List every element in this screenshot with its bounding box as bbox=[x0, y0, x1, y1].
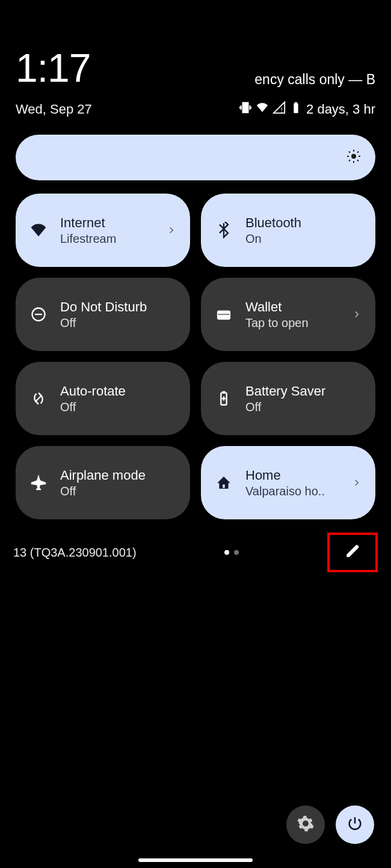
rotate-icon bbox=[28, 390, 49, 407]
power-icon bbox=[346, 815, 363, 834]
tile-bluetooth[interactable]: BluetoothOn bbox=[201, 194, 375, 267]
gear-icon bbox=[297, 815, 315, 835]
tile-title: Home bbox=[245, 468, 340, 483]
svg-text:!: ! bbox=[281, 106, 283, 114]
page-indicator[interactable] bbox=[224, 550, 239, 555]
status-icons: ! 2 days, 3 hr bbox=[239, 101, 375, 118]
tile-wifi[interactable]: InternetLifestream bbox=[16, 194, 190, 267]
bluetooth-icon bbox=[213, 222, 235, 239]
svg-rect-16 bbox=[218, 314, 230, 315]
home-icon bbox=[213, 474, 235, 491]
carrier-text: ency calls only — B bbox=[254, 72, 375, 88]
tile-title: Do Not Disturb bbox=[60, 299, 178, 315]
svg-line-12 bbox=[357, 151, 359, 153]
tile-title: Internet bbox=[60, 215, 155, 231]
nav-pill[interactable] bbox=[138, 858, 253, 862]
brightness-slider[interactable] bbox=[16, 135, 375, 180]
battery-icon bbox=[289, 101, 303, 118]
tile-airplane[interactable]: Airplane modeOff bbox=[16, 446, 190, 519]
tile-wallet[interactable]: WalletTap to open bbox=[201, 278, 375, 351]
chevron-right-icon bbox=[166, 225, 178, 236]
highlight-box bbox=[327, 533, 378, 572]
build-number: 13 (TQ3A.230901.001) bbox=[13, 546, 137, 560]
tile-title: Airplane mode bbox=[60, 468, 178, 483]
edit-button[interactable] bbox=[340, 540, 365, 564]
tile-title: Bluetooth bbox=[245, 215, 363, 231]
power-button[interactable] bbox=[336, 805, 374, 844]
chevron-right-icon bbox=[351, 477, 363, 488]
tile-title: Wallet bbox=[245, 299, 340, 315]
brightness-icon bbox=[346, 149, 361, 166]
tile-subtitle: Off bbox=[60, 316, 178, 330]
svg-rect-3 bbox=[295, 102, 297, 104]
pencil-icon bbox=[345, 543, 360, 561]
signal-icon: ! bbox=[272, 101, 286, 118]
status-date: Wed, Sep 27 bbox=[16, 102, 92, 117]
dnd-icon bbox=[28, 306, 49, 323]
svg-rect-0 bbox=[242, 103, 248, 113]
tile-dnd[interactable]: Do Not DisturbOff bbox=[16, 278, 190, 351]
qs-tiles: InternetLifestreamBluetoothOnDo Not Dist… bbox=[16, 194, 375, 519]
tile-subtitle: Off bbox=[60, 400, 178, 414]
tile-subtitle: Lifestream bbox=[60, 232, 155, 246]
settings-button[interactable] bbox=[286, 805, 325, 844]
wifi-icon bbox=[256, 101, 269, 118]
svg-rect-21 bbox=[223, 484, 226, 488]
tile-subtitle: Tap to open bbox=[245, 316, 340, 330]
clock-time: 1:17 bbox=[16, 48, 90, 88]
tile-title: Auto-rotate bbox=[60, 384, 178, 399]
tile-battery[interactable]: Battery SaverOff bbox=[201, 362, 375, 435]
svg-rect-18 bbox=[223, 391, 226, 393]
vibrate-icon bbox=[239, 101, 252, 118]
tile-home[interactable]: HomeValparaiso ho.. bbox=[201, 446, 375, 519]
tile-subtitle: Valparaiso ho.. bbox=[245, 484, 340, 498]
tile-rotate[interactable]: Auto-rotateOff bbox=[16, 362, 190, 435]
svg-line-11 bbox=[349, 160, 350, 161]
wallet-icon bbox=[213, 306, 235, 323]
tile-subtitle: On bbox=[245, 232, 363, 246]
svg-rect-2 bbox=[294, 103, 298, 114]
chevron-right-icon bbox=[351, 309, 363, 320]
wifi-icon bbox=[28, 222, 49, 239]
tile-subtitle: Off bbox=[60, 484, 178, 498]
svg-point-4 bbox=[351, 154, 356, 159]
airplane-icon bbox=[28, 474, 49, 491]
page-dot[interactable] bbox=[224, 550, 229, 555]
svg-line-10 bbox=[357, 160, 359, 161]
page-dot[interactable] bbox=[234, 550, 239, 555]
tile-title: Battery Saver bbox=[245, 384, 363, 399]
battery-icon bbox=[213, 390, 235, 407]
svg-line-9 bbox=[349, 151, 350, 153]
battery-label: 2 days, 3 hr bbox=[306, 102, 375, 117]
status-header: 1:17 ency calls only — B Wed, Sep 27 ! 2… bbox=[0, 0, 391, 118]
tile-subtitle: Off bbox=[245, 400, 363, 414]
